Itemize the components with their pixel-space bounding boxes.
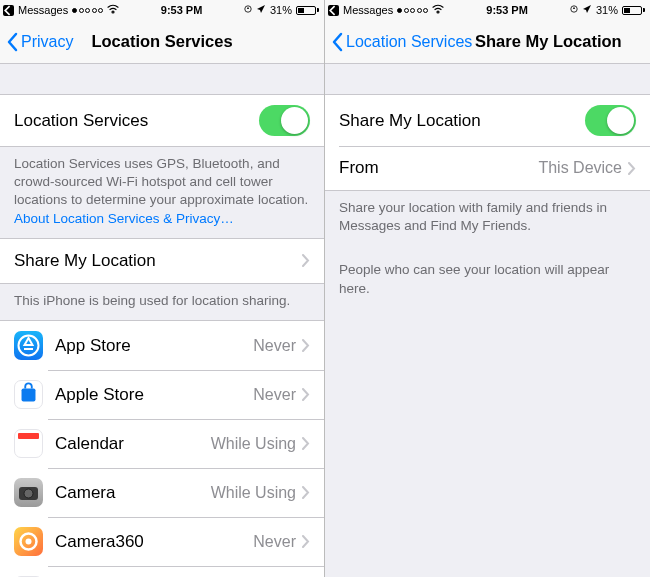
svg-point-4 bbox=[24, 489, 33, 498]
status-time: 9:53 PM bbox=[119, 4, 244, 16]
battery-icon bbox=[296, 6, 319, 15]
status-right: 31% bbox=[570, 4, 645, 16]
chevron-right-icon bbox=[628, 162, 636, 175]
screen-share-my-location: Messages 9:53 PM 31% Location Servi bbox=[325, 0, 650, 577]
chevron-right-icon bbox=[302, 486, 310, 499]
nav-bar: Privacy Location Services bbox=[0, 20, 324, 64]
status-bar: Messages 9:53 PM 31% bbox=[0, 0, 324, 20]
app-name: App Store bbox=[55, 336, 253, 356]
group-share-toggle: Share My Location From This Device bbox=[325, 94, 650, 191]
share-label: Share My Location bbox=[14, 251, 302, 271]
wifi-icon bbox=[107, 4, 119, 16]
chevron-right-icon bbox=[302, 388, 310, 401]
app-name: Camera360 bbox=[55, 532, 253, 552]
app-name: Camera bbox=[55, 483, 211, 503]
battery-icon bbox=[622, 6, 645, 15]
app-row[interactable]: App StoreNever bbox=[0, 321, 324, 370]
wifi-icon bbox=[432, 4, 444, 16]
app-row[interactable]: CameraWhile Using bbox=[0, 468, 324, 517]
group-apps: App StoreNeverApple StoreNeverCalendarWh… bbox=[0, 320, 324, 577]
svg-point-6 bbox=[26, 539, 32, 545]
camera-icon bbox=[14, 478, 43, 507]
app-status: Never bbox=[253, 337, 296, 355]
return-app-icon[interactable] bbox=[328, 5, 339, 16]
share-footer-2: People who can see your location will ap… bbox=[325, 245, 650, 307]
app-name: Apple Store bbox=[55, 385, 253, 405]
toggle-switch[interactable] bbox=[585, 105, 636, 136]
orientation-lock-icon bbox=[570, 4, 578, 16]
chevron-right-icon bbox=[302, 535, 310, 548]
cell-from-device[interactable]: From This Device bbox=[325, 146, 650, 190]
from-value: This Device bbox=[538, 159, 622, 177]
appstore-icon bbox=[14, 331, 43, 360]
signal-dots-icon bbox=[397, 8, 428, 13]
nav-bar: Location Services Share My Location bbox=[325, 20, 650, 64]
cell-share-my-location[interactable]: Share My Location bbox=[0, 239, 324, 283]
app-status: While Using bbox=[211, 484, 296, 502]
chevron-right-icon bbox=[302, 339, 310, 352]
app-row[interactable]: CalendarWhile Using bbox=[0, 419, 324, 468]
app-status: Never bbox=[253, 533, 296, 551]
toggle-label: Share My Location bbox=[339, 111, 585, 131]
signal-dots-icon bbox=[72, 8, 103, 13]
about-location-link[interactable]: About Location Services & Privacy… bbox=[14, 211, 234, 226]
app-status: Never bbox=[253, 386, 296, 404]
group-share-location: Share My Location bbox=[0, 238, 324, 284]
app-status: While Using bbox=[211, 435, 296, 453]
status-left: Messages bbox=[328, 4, 444, 16]
location-arrow-icon bbox=[582, 4, 592, 16]
status-bar: Messages 9:53 PM 31% bbox=[325, 0, 650, 20]
share-footer: This iPhone is being used for location s… bbox=[0, 284, 324, 320]
location-arrow-icon bbox=[256, 4, 266, 16]
status-time: 9:53 PM bbox=[444, 4, 570, 16]
back-button[interactable]: Privacy bbox=[6, 32, 73, 52]
location-description: Location Services uses GPS, Bluetooth, a… bbox=[0, 147, 324, 238]
status-right: 31% bbox=[244, 4, 319, 16]
app-row[interactable]: Apple StoreNever bbox=[0, 370, 324, 419]
calendar-icon bbox=[14, 429, 43, 458]
camera360-icon bbox=[14, 527, 43, 556]
share-footer-1: Share your location with family and frie… bbox=[325, 191, 650, 245]
return-app-icon[interactable] bbox=[3, 5, 14, 16]
svg-rect-2 bbox=[22, 389, 36, 402]
back-label: Privacy bbox=[21, 33, 73, 51]
chevron-right-icon bbox=[302, 437, 310, 450]
app-name: Calendar bbox=[55, 434, 211, 454]
return-app-label[interactable]: Messages bbox=[343, 4, 393, 16]
app-row[interactable]: Camera360Never bbox=[0, 517, 324, 566]
toggle-label: Location Services bbox=[14, 111, 259, 131]
battery-percent: 31% bbox=[596, 4, 618, 16]
cell-share-my-location-toggle[interactable]: Share My Location bbox=[325, 95, 650, 146]
chevron-right-icon bbox=[302, 254, 310, 267]
orientation-lock-icon bbox=[244, 4, 252, 16]
content: Share My Location From This Device Share… bbox=[325, 64, 650, 577]
back-label: Location Services bbox=[346, 33, 472, 51]
cell-location-services-toggle[interactable]: Location Services bbox=[0, 95, 324, 146]
toggle-switch[interactable] bbox=[259, 105, 310, 136]
status-left: Messages bbox=[3, 4, 119, 16]
from-label: From bbox=[339, 158, 538, 178]
app-row[interactable]: Chrome bbox=[0, 566, 324, 577]
screen-location-services: Messages 9:53 PM 31% Privacy bbox=[0, 0, 325, 577]
back-button[interactable]: Location Services bbox=[331, 32, 472, 52]
return-app-label[interactable]: Messages bbox=[18, 4, 68, 16]
group-location-toggle: Location Services bbox=[0, 94, 324, 147]
battery-percent: 31% bbox=[270, 4, 292, 16]
applestore-icon bbox=[14, 380, 43, 409]
content: Location Services Location Services uses… bbox=[0, 64, 324, 577]
